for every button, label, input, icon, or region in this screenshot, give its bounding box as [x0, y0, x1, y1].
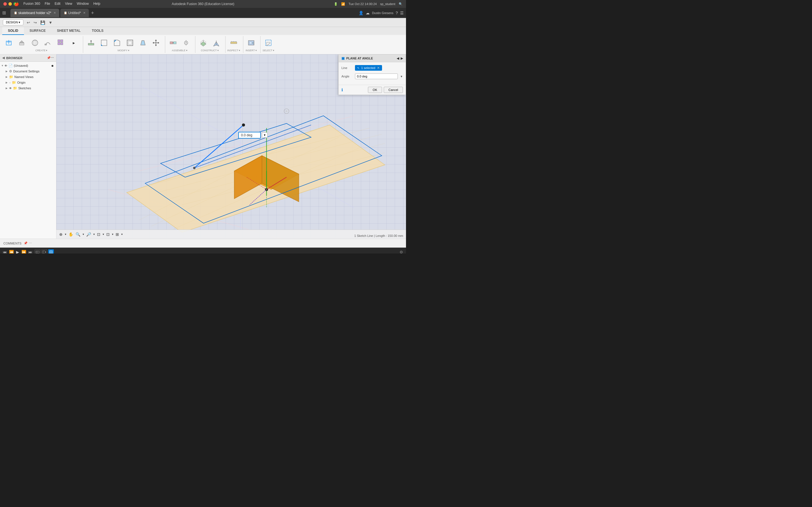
toolbar-item-offset-plane[interactable]	[197, 37, 209, 48]
timeline-frame-1[interactable]	[35, 249, 40, 253]
effects-icon[interactable]: ⊡	[106, 232, 110, 237]
menu-icon[interactable]: ☰	[400, 11, 404, 15]
timeline-frame-2[interactable]	[42, 249, 47, 253]
menu-view[interactable]: View	[65, 2, 72, 6]
help-icon[interactable]: ?	[396, 11, 398, 15]
orbit-dropdown-icon[interactable]: ▾	[65, 233, 66, 236]
timeline-play-btn[interactable]: ▶	[16, 250, 19, 253]
angle-dropdown-btn[interactable]: ▼	[262, 132, 267, 138]
display-dropdown-icon[interactable]: ▾	[103, 233, 104, 236]
app-name[interactable]: Fusion 360	[23, 2, 40, 6]
browser-item-doc-settings[interactable]: ▶ ⚙ Document Settings	[0, 68, 56, 74]
modify-group-label[interactable]: MODIFY ▾	[117, 49, 130, 52]
toolbar-item-press-pull[interactable]	[85, 37, 97, 48]
minimize-window-btn[interactable]	[8, 2, 12, 6]
comments-more-icon[interactable]: ⋯	[29, 241, 32, 245]
browser-item-sketches[interactable]: ▶ 👁 📁 Sketches	[0, 86, 56, 91]
timeline-to-end-btn[interactable]: ⏭	[29, 250, 33, 253]
browser-item-named-views[interactable]: ▶ 📁 Named Views	[0, 74, 56, 80]
menu-edit[interactable]: Edit	[55, 2, 61, 6]
panel-expand-icon[interactable]: ▶	[401, 57, 403, 60]
insert-group-label[interactable]: INSERT ▾	[246, 49, 257, 52]
toolbar-item-joint[interactable]	[167, 37, 179, 48]
create-group-label[interactable]: CREATE ▾	[36, 49, 48, 52]
tab-close-btn[interactable]: ✕	[54, 11, 56, 14]
close-window-btn[interactable]	[3, 2, 7, 6]
tab-tools[interactable]: TOOLS	[86, 27, 109, 35]
ok-button[interactable]: OK	[368, 87, 382, 93]
design-dropdown-btn[interactable]: DESIGN ▾	[3, 19, 23, 25]
toolbar-item-shell[interactable]	[124, 37, 136, 48]
account-icon[interactable]: 👤	[359, 11, 363, 15]
orbit-icon[interactable]: ⊕	[59, 232, 63, 237]
browser-item-origin[interactable]: ▶ ○ 📁 Origin	[0, 80, 56, 86]
grid-icon[interactable]: ⊞	[116, 232, 119, 237]
browser-item-unsaved[interactable]: ▼ 👁 📄 (Unsaved) ⏺	[0, 63, 56, 68]
toolbar-item-new-body[interactable]	[3, 37, 15, 48]
toolbar-item-pattern[interactable]	[55, 37, 67, 48]
angle-input[interactable]: 0.0 deg	[238, 132, 261, 138]
tab-untitled[interactable]: 📋 Untitled* ✕	[60, 9, 89, 17]
tab-sheet-metal[interactable]: SHEET METAL	[51, 27, 86, 35]
info-icon[interactable]: ℹ	[342, 88, 343, 92]
apps-icon[interactable]: ⊞	[2, 10, 6, 15]
timeline-frame-3[interactable]	[48, 249, 54, 253]
menu-file[interactable]: File	[45, 2, 50, 6]
menu-help[interactable]: Help	[93, 2, 100, 6]
toolbar-item-more-create[interactable]: ▶	[68, 37, 80, 48]
toolbar-item-canvas[interactable]	[245, 37, 257, 48]
zoom-fit-icon[interactable]: 🔍	[75, 232, 80, 237]
toolbar-item-draft[interactable]	[137, 37, 149, 48]
zoom-dropdown-icon[interactable]: ▾	[83, 233, 84, 236]
comments-pin-icon[interactable]: 📌	[24, 241, 28, 245]
save-btn[interactable]: 💾	[39, 20, 46, 25]
display-mode-icon[interactable]: ⊡	[97, 232, 100, 237]
pan-icon[interactable]: ✋	[68, 232, 73, 237]
more-options-btn[interactable]: ▼	[47, 20, 54, 25]
toolbar-item-chamfer[interactable]	[111, 37, 123, 48]
selected-tag-clear[interactable]: ✕	[377, 66, 380, 70]
zoom-in-icon[interactable]: 🔎	[86, 232, 91, 237]
undo-btn[interactable]: ↩	[26, 20, 31, 25]
browser-more-icon[interactable]: ⋯	[51, 56, 54, 60]
angle-field-input[interactable]	[355, 73, 398, 79]
timeline-settings-btn[interactable]: ⚙	[400, 250, 403, 253]
angle-input-overlay[interactable]: 0.0 deg ▼	[238, 132, 267, 138]
canvas-area[interactable]: 0.0 deg ▼ Z X RIGHT TOP ▣	[56, 54, 406, 238]
toolbar-item-revolve[interactable]	[29, 37, 41, 48]
new-tab-btn[interactable]: +	[91, 10, 94, 15]
timeline-next-btn[interactable]: ⏩	[21, 250, 26, 253]
toolbar-item-extrude[interactable]	[16, 37, 28, 48]
toolbar-item-sweep[interactable]	[42, 37, 54, 48]
toolbar-item-fillet[interactable]	[98, 37, 110, 48]
toolbar-item-measure[interactable]	[227, 37, 240, 48]
menu-window[interactable]: Window	[77, 2, 89, 6]
toolbar-item-plane-angle[interactable]	[210, 37, 222, 48]
assemble-group-label[interactable]: ASSEMBLE ▾	[172, 49, 188, 52]
apple-menu[interactable]: 🍎	[14, 2, 19, 6]
tab-surface[interactable]: SURFACE	[24, 27, 51, 35]
tab-solid[interactable]: SOLID	[2, 27, 24, 35]
toolbar-item-move[interactable]	[150, 37, 162, 48]
panel-collapse-icon[interactable]: ◀	[397, 57, 399, 60]
username[interactable]: sp_student	[380, 2, 395, 6]
timeline-to-start-btn[interactable]: ⏮	[3, 250, 7, 253]
grid-dropdown-icon[interactable]: ▾	[121, 233, 123, 236]
eye-icon3[interactable]: 👁	[9, 87, 12, 90]
view-dropdown-icon[interactable]: ▾	[93, 233, 95, 236]
cloud-icon[interactable]: ☁	[366, 11, 370, 15]
redo-btn[interactable]: ↪	[33, 20, 38, 25]
timeline-prev-btn[interactable]: ⏪	[9, 250, 14, 253]
browser-collapse-icon[interactable]: ◀	[2, 56, 4, 60]
select-group-label[interactable]: SELECT ▾	[262, 49, 274, 52]
eye-icon2[interactable]: ○	[9, 81, 11, 84]
construct-group-label[interactable]: CONSTRUCT ▾	[201, 49, 219, 52]
tab-close-btn2[interactable]: ✕	[83, 11, 86, 14]
inspect-group-label[interactable]: INSPECT ▾	[227, 49, 240, 52]
search-icon[interactable]: 🔍	[399, 2, 403, 6]
cancel-button[interactable]: Cancel	[384, 87, 403, 93]
toolbar-item-select[interactable]	[262, 37, 274, 48]
effects-dropdown-icon[interactable]: ▾	[112, 233, 113, 236]
browser-pin-icon[interactable]: 📌	[47, 56, 51, 60]
record-icon[interactable]: ⏺	[51, 64, 54, 67]
